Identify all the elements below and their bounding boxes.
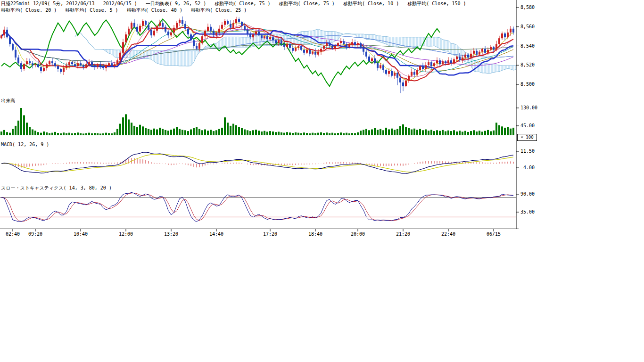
chart-plot-area[interactable] xyxy=(0,0,540,240)
time-axis-tick: 02:40 xyxy=(3,231,22,237)
price-axis-tick: 8,540 xyxy=(520,43,535,49)
macd-panel-label: MACD( 12, 26, 9 ) xyxy=(1,142,49,147)
time-axis-tick: 10:40 xyxy=(71,231,90,237)
stoch-axis-tick: 35.00 xyxy=(520,209,535,214)
price-axis-tick: 8,500 xyxy=(520,82,535,87)
volume-axis-tick: 130.00 xyxy=(520,105,537,110)
macd-axis-tick: -4.00 xyxy=(520,165,535,170)
time-axis-tick: 06/15 xyxy=(484,231,503,237)
time-axis-tick: 14:40 xyxy=(207,231,226,237)
header-line1: 日経225mini 12/09( 5分, 2012/06/13 - 2012/0… xyxy=(1,0,466,7)
header-line2: 移動平均( Close, 20 ) 移動平均( Close, 5 ) 移動平均(… xyxy=(1,7,247,13)
volume-multiplier-badge: × 100 xyxy=(517,134,537,141)
time-axis-tick: 20:00 xyxy=(348,231,367,237)
time-axis-tick: 09:20 xyxy=(26,231,45,237)
chart-application-window: 日経225mini 12/09( 5分, 2012/06/13 - 2012/0… xyxy=(0,0,644,362)
volume-axis-tick: 45.00 xyxy=(520,123,535,128)
price-axis-tick: 8,580 xyxy=(520,5,535,10)
time-axis-tick: 13:20 xyxy=(162,231,181,237)
price-axis-tick: 8,520 xyxy=(520,62,535,67)
volume-panel-label: 出来高 xyxy=(1,98,15,104)
time-axis-tick: 12:00 xyxy=(116,231,135,237)
time-axis-tick: 21:20 xyxy=(394,231,413,237)
price-axis-tick: 8,560 xyxy=(520,24,535,29)
time-axis-tick: 18:40 xyxy=(306,231,325,237)
macd-axis-tick: 11.50 xyxy=(520,148,535,154)
stoch-axis-tick: 90.00 xyxy=(520,191,535,197)
time-axis-tick: 17:20 xyxy=(261,231,280,237)
time-axis-tick: 22:40 xyxy=(439,231,458,237)
stochastics-panel-label: スロー・ストキャスティクス( 14, 3, 80, 20 ) xyxy=(1,185,112,191)
